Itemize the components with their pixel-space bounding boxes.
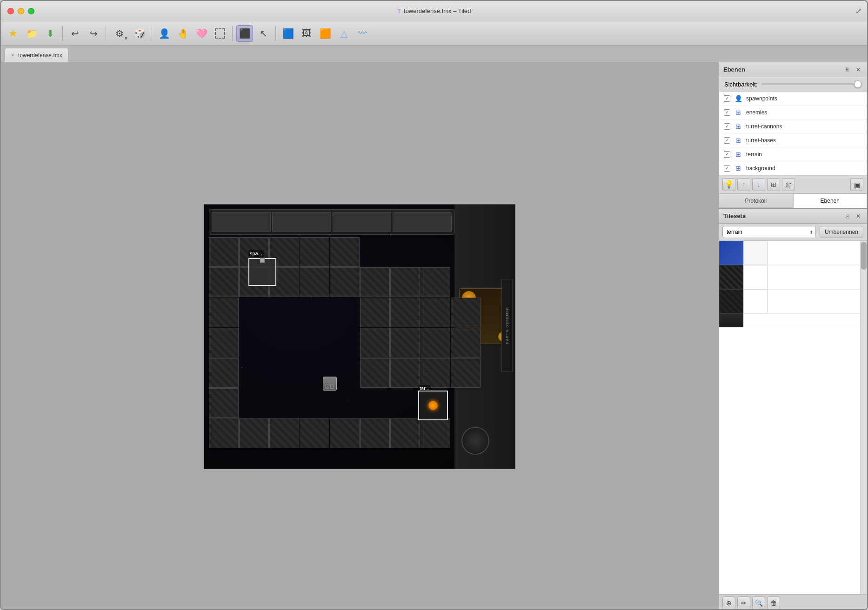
map-properties-button[interactable]: ⚙ ▼: [110, 25, 129, 42]
visibility-knob[interactable]: [854, 80, 861, 88]
layer-checkbox-enemies[interactable]: ✓: [724, 109, 730, 116]
tab-protokoll[interactable]: Protokoll: [719, 193, 793, 208]
open-file-button[interactable]: 📁: [23, 25, 40, 42]
add-layer-button[interactable]: 💡: [722, 178, 735, 191]
undo-button[interactable]: ↩: [67, 25, 83, 42]
tileset-preview[interactable]: [719, 240, 867, 594]
layer-checkbox-terrain[interactable]: ✓: [724, 151, 730, 158]
layer-checkbox-turret-bases[interactable]: ✓: [724, 137, 730, 144]
remove-tileset-icon: 🗑: [770, 599, 777, 607]
spawnpoint-object: [248, 258, 276, 286]
tile-metal-2[interactable]: [719, 289, 743, 313]
visibility-label: Sichtbarkeit:: [724, 81, 758, 88]
tab-close-icon[interactable]: ✕: [11, 53, 14, 58]
layer-checkbox-background[interactable]: ✓: [724, 165, 730, 172]
objects-view-button[interactable]: △: [335, 25, 352, 42]
map-canvas[interactable]: EARTH DEFENSE: [204, 204, 515, 469]
triangle-icon: △: [341, 28, 347, 39]
layer-checkbox-spawnpoints[interactable]: ✓: [724, 95, 730, 102]
dice-icon: 🎲: [134, 28, 146, 39]
robot-sprite: [323, 377, 337, 391]
tile-partial[interactable]: [719, 313, 743, 327]
visibility-row: Sichtbarkeit:: [719, 77, 867, 91]
search-tileset-button[interactable]: 🔍: [752, 597, 765, 610]
routes-view-button[interactable]: 〰: [354, 25, 371, 42]
toolbar-separator-5: [275, 26, 276, 41]
close-button[interactable]: [7, 8, 14, 14]
toolbar-separator-2: [106, 26, 106, 41]
stamp-button[interactable]: 🎲: [131, 25, 148, 42]
arrow-up-icon: ↑: [742, 180, 746, 189]
tile-layer-icon-enemies: ⊞: [734, 108, 742, 117]
second-tile-row: [209, 267, 450, 297]
move-layer-down-button[interactable]: ↓: [752, 178, 765, 191]
tile-blue-1[interactable]: [719, 241, 743, 265]
visibility-slider[interactable]: [761, 83, 861, 85]
scrollbar-thumb[interactable]: [861, 242, 867, 270]
target-object: [418, 391, 448, 420]
rename-tileset-button[interactable]: Umbenennen: [820, 226, 863, 238]
select-tiles-button[interactable]: [212, 25, 228, 42]
layer-item-terrain[interactable]: ✓ ⊞ terrain: [719, 147, 867, 161]
map-view-button[interactable]: 🖼: [298, 25, 315, 42]
window-controls: [7, 8, 34, 14]
detach-tilesets-button[interactable]: ⎘: [843, 212, 851, 220]
top-tile-row: [209, 237, 360, 267]
layer-item-turret-cannons[interactable]: ✓ ⊞ turret-cannons: [719, 119, 867, 133]
resize-button[interactable]: ⤢: [855, 7, 861, 15]
duplicate-layer-button[interactable]: ⊞: [767, 178, 780, 191]
tile-empty-row[interactable]: [768, 241, 860, 265]
layers-panel-header: Ebenen ⎘ ✕: [719, 62, 867, 77]
tile-view-button[interactable]: 🟧: [317, 25, 334, 42]
close-tilesets-button[interactable]: ✕: [854, 212, 862, 220]
tile-metal-1[interactable]: [719, 265, 743, 289]
layer-settings-button[interactable]: ▣: [850, 178, 863, 191]
add-tileset-icon: ⊕: [726, 599, 732, 607]
move-layer-up-button[interactable]: ↑: [737, 178, 750, 191]
main-content: EARTH DEFENSE: [1, 62, 867, 610]
layers-panel-icons: ⎘ ✕: [843, 66, 862, 74]
layer-item-turret-bases[interactable]: ✓ ⊞ turret-bases: [719, 133, 867, 147]
layers-view-button[interactable]: 🟦: [280, 25, 296, 42]
tile-empty-3[interactable]: [743, 289, 768, 313]
close-layers-button[interactable]: ✕: [854, 66, 862, 74]
save-file-button[interactable]: ⬇: [42, 25, 59, 42]
remove-tileset-button[interactable]: 🗑: [767, 597, 780, 610]
tile-empty-1[interactable]: [743, 241, 768, 265]
edit-tileset-button[interactable]: ✏: [737, 597, 750, 610]
select-objects-icon: 🤚: [177, 28, 189, 39]
tile-partial-rest[interactable]: [743, 313, 860, 327]
tileset-select[interactable]: terrain: [722, 226, 816, 238]
arrow-down-icon: ↓: [757, 180, 761, 189]
place-objects-button[interactable]: 👤: [156, 25, 173, 42]
erase-button[interactable]: 🩷: [193, 25, 210, 42]
detach-layers-button[interactable]: ⎘: [843, 66, 851, 74]
delete-layer-button[interactable]: 🗑: [782, 178, 795, 191]
select-objects-button[interactable]: 🤚: [174, 25, 191, 42]
tile-empty-2[interactable]: [743, 265, 768, 289]
redo-button[interactable]: ↪: [85, 25, 102, 42]
tile-empty-2-rest[interactable]: [768, 265, 860, 289]
left-tile-col: [209, 298, 239, 418]
spa-label: spa...: [248, 250, 264, 257]
layer-item-enemies[interactable]: ✓ ⊞ enemies: [719, 106, 867, 119]
tab-bar: ✕ towerdefense.tmx: [1, 46, 867, 62]
layer-checkbox-turret-cannons[interactable]: ✓: [724, 123, 730, 130]
minimize-button[interactable]: [18, 8, 24, 14]
canvas-area[interactable]: EARTH DEFENSE: [1, 62, 718, 610]
maximize-button[interactable]: [28, 8, 34, 14]
select-region-button[interactable]: ⬛: [236, 25, 253, 42]
toolbar-separator-3: [152, 26, 152, 41]
layer-item-background[interactable]: ✓ ⊞ background: [719, 161, 867, 175]
tile-empty-3-rest[interactable]: [768, 289, 860, 313]
tab-ebenen[interactable]: Ebenen: [793, 193, 868, 208]
save-file-icon: ⬇: [47, 28, 54, 39]
new-file-button[interactable]: ★: [5, 25, 21, 42]
erase-icon: 🩷: [196, 28, 207, 39]
tileset-scrollbar[interactable]: [860, 241, 867, 594]
tilesets-panel-header: Tilesets ⎘ ✕: [719, 209, 867, 224]
towerdefense-tab[interactable]: ✕ towerdefense.tmx: [5, 48, 68, 62]
select-cursor-button[interactable]: ↖: [255, 25, 272, 42]
add-tileset-button[interactable]: ⊕: [722, 597, 735, 610]
layer-item-spawnpoints[interactable]: ✓ 👤 spawnpoints: [719, 92, 867, 106]
